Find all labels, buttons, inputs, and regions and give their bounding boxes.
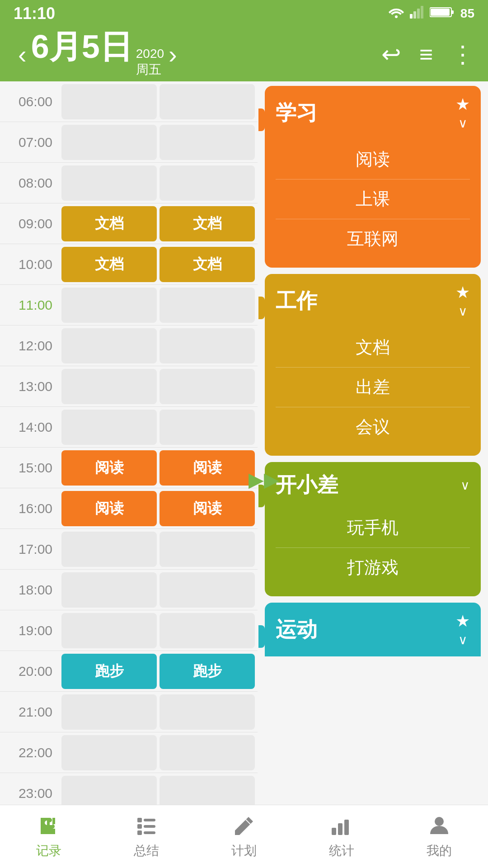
time-label: 12:00 bbox=[0, 338, 59, 354]
time-row[interactable]: 06:00 bbox=[0, 81, 258, 122]
time-row[interactable]: 14:00 bbox=[0, 407, 258, 448]
category-slack: 开小差∨玩手机打游戏 bbox=[265, 462, 481, 596]
time-slot[interactable] bbox=[160, 84, 255, 119]
time-row[interactable]: 07:00 bbox=[0, 122, 258, 163]
time-slot[interactable] bbox=[160, 613, 255, 648]
nav-stats-label: 统计 bbox=[329, 842, 354, 859]
time-slot[interactable] bbox=[61, 369, 157, 404]
time-label: 13:00 bbox=[0, 379, 59, 394]
time-row[interactable]: 20:00跑步跑步 bbox=[0, 651, 258, 692]
star-icon: ★ bbox=[455, 612, 470, 631]
nav-plan[interactable]: 计划 bbox=[203, 814, 285, 859]
sub-item[interactable]: 文档 bbox=[276, 328, 470, 368]
svg-rect-11 bbox=[144, 825, 155, 828]
time-row[interactable]: 09:00文档文档 bbox=[0, 203, 258, 244]
svg-rect-4 bbox=[421, 6, 423, 19]
time-slots bbox=[59, 407, 258, 447]
time-row[interactable]: 16:00阅读阅读 bbox=[0, 488, 258, 529]
time-slot[interactable] bbox=[61, 125, 157, 160]
time-slot[interactable] bbox=[160, 165, 255, 201]
time-slot[interactable]: 阅读 bbox=[61, 450, 157, 486]
time-row[interactable]: 11:00 bbox=[0, 285, 258, 326]
time-row[interactable]: 15:00阅读阅读 bbox=[0, 448, 258, 488]
undo-button[interactable]: ↩ bbox=[381, 41, 401, 68]
nav-summary-label: 总结 bbox=[134, 842, 159, 859]
time-slots bbox=[59, 529, 258, 569]
category-header-exercise[interactable]: 运动★∨ bbox=[265, 603, 481, 656]
time-label: 18:00 bbox=[0, 582, 59, 598]
time-slot[interactable]: 文档 bbox=[61, 247, 157, 282]
category-header-slack[interactable]: 开小差∨ bbox=[265, 462, 481, 508]
time-slot[interactable] bbox=[61, 613, 157, 648]
time-slot[interactable] bbox=[160, 125, 255, 160]
time-slot[interactable]: 阅读 bbox=[61, 491, 157, 526]
sub-item[interactable]: 互联网 bbox=[276, 219, 470, 259]
time-slot[interactable] bbox=[160, 694, 255, 730]
nav-stats[interactable]: 统计 bbox=[301, 814, 382, 859]
time-slot[interactable]: 跑步 bbox=[160, 654, 255, 689]
time-slot[interactable]: 阅读 bbox=[160, 491, 255, 526]
nav-summary[interactable]: 总结 bbox=[106, 814, 187, 859]
time-slot[interactable]: 文档 bbox=[160, 247, 255, 282]
svg-rect-13 bbox=[144, 831, 155, 834]
time-row[interactable]: 12:00 bbox=[0, 326, 258, 366]
time-slot[interactable] bbox=[160, 532, 255, 567]
header: ‹ 6月5日 2020 周五 › ↩ ≡ ⋮ bbox=[0, 27, 488, 81]
time-row[interactable]: 13:00 bbox=[0, 366, 258, 407]
time-slot[interactable]: 跑步 bbox=[61, 654, 157, 689]
scroll-indicator: ▶▶ bbox=[249, 468, 279, 491]
category-header-study[interactable]: 学习★∨ bbox=[265, 86, 481, 140]
sub-item[interactable]: 阅读 bbox=[276, 140, 470, 179]
category-title-study: 学习 bbox=[276, 99, 317, 127]
nav-mine[interactable]: 我的 bbox=[399, 814, 480, 859]
time-label: 06:00 bbox=[0, 94, 59, 109]
time-slot[interactable] bbox=[160, 328, 255, 363]
time-label: 17:00 bbox=[0, 542, 59, 557]
time-slot[interactable] bbox=[160, 410, 255, 445]
time-row[interactable]: 10:00文档文档 bbox=[0, 244, 258, 285]
sub-item[interactable]: 会议 bbox=[276, 407, 470, 447]
date-sub: 2020 周五 bbox=[136, 47, 164, 78]
time-slot[interactable] bbox=[61, 532, 157, 567]
prev-date-button[interactable]: ‹ bbox=[14, 40, 31, 69]
time-slot[interactable] bbox=[61, 572, 157, 608]
sub-item[interactable]: 出差 bbox=[276, 368, 470, 407]
time-slot[interactable] bbox=[61, 288, 157, 323]
time-slot[interactable] bbox=[61, 165, 157, 201]
time-row[interactable]: 19:00 bbox=[0, 610, 258, 651]
time-row[interactable]: 21:00 bbox=[0, 692, 258, 732]
more-button[interactable]: ⋮ bbox=[451, 41, 474, 68]
sub-item[interactable]: 打游戏 bbox=[276, 548, 470, 587]
time-slot[interactable] bbox=[160, 572, 255, 608]
time-slot[interactable] bbox=[61, 84, 157, 119]
time-row[interactable]: 18:00 bbox=[0, 570, 258, 610]
header-right: ↩ ≡ ⋮ bbox=[381, 41, 474, 68]
time-row[interactable]: 22:00 bbox=[0, 732, 258, 773]
time-slot[interactable] bbox=[160, 369, 255, 404]
time-slot[interactable] bbox=[61, 735, 157, 770]
sub-item[interactable]: 玩手机 bbox=[276, 508, 470, 548]
time-slot[interactable]: 文档 bbox=[160, 206, 255, 241]
svg-point-0 bbox=[395, 15, 398, 18]
time-slot[interactable]: 文档 bbox=[61, 206, 157, 241]
time-row[interactable]: 08:00 bbox=[0, 163, 258, 203]
list-icon bbox=[135, 814, 158, 840]
time-slot[interactable] bbox=[61, 328, 157, 363]
menu-button[interactable]: ≡ bbox=[419, 41, 433, 68]
time-slot[interactable] bbox=[61, 694, 157, 730]
time-slot[interactable] bbox=[160, 735, 255, 770]
time-slot[interactable] bbox=[160, 288, 255, 323]
nav-plan-label: 计划 bbox=[231, 842, 257, 859]
time-slot[interactable]: 阅读 bbox=[160, 450, 255, 486]
chevron-down-icon: ∨ bbox=[458, 116, 468, 131]
time-slots bbox=[59, 326, 258, 366]
svg-rect-12 bbox=[137, 830, 142, 835]
sub-item[interactable]: 上课 bbox=[276, 179, 470, 219]
time-slot[interactable] bbox=[61, 410, 157, 445]
nav-record[interactable]: 记录 bbox=[8, 814, 89, 859]
status-icons: 85 bbox=[388, 6, 474, 22]
next-date-button[interactable]: › bbox=[164, 40, 182, 69]
category-header-work[interactable]: 工作★∨ bbox=[265, 274, 481, 328]
time-row[interactable]: 17:00 bbox=[0, 529, 258, 570]
category-title-exercise: 运动 bbox=[276, 616, 317, 644]
